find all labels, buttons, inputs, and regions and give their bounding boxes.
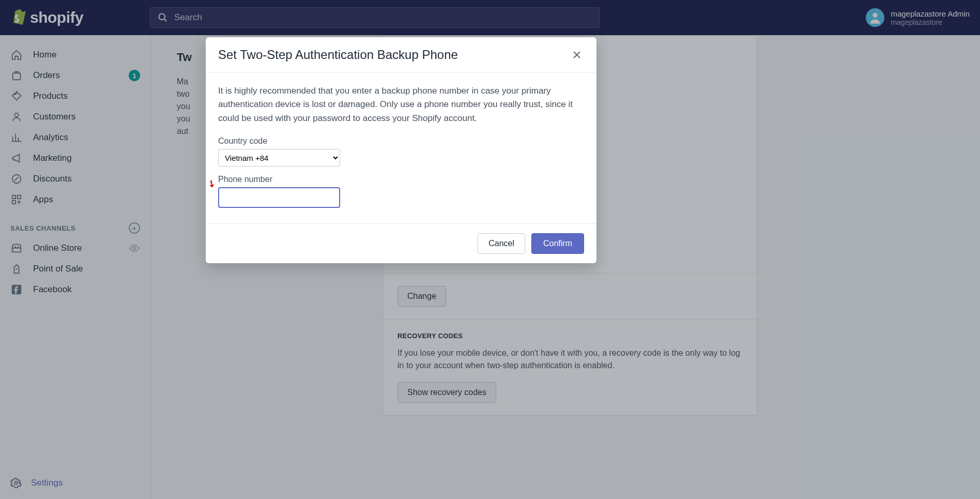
backup-phone-modal: Set Two-Step Authentication Backup Phone… <box>206 37 596 263</box>
modal-title: Set Two-Step Authentication Backup Phone <box>218 48 570 62</box>
country-code-select[interactable]: Vietnam +84 <box>218 149 340 167</box>
confirm-button[interactable]: Confirm <box>531 233 584 254</box>
annotation-arrow-icon: ➘ <box>205 177 218 191</box>
modal-header: Set Two-Step Authentication Backup Phone <box>206 37 596 73</box>
phone-number-input[interactable] <box>218 187 340 208</box>
phone-number-label: Phone number <box>218 175 584 184</box>
country-code-label: Country code <box>218 137 584 146</box>
close-icon[interactable] <box>570 48 584 62</box>
modal-footer: Cancel Confirm <box>206 224 596 263</box>
modal-description: It is highly recommended that you enter … <box>218 84 584 125</box>
modal-body: It is highly recommended that you enter … <box>206 73 596 224</box>
cancel-button[interactable]: Cancel <box>478 233 525 254</box>
